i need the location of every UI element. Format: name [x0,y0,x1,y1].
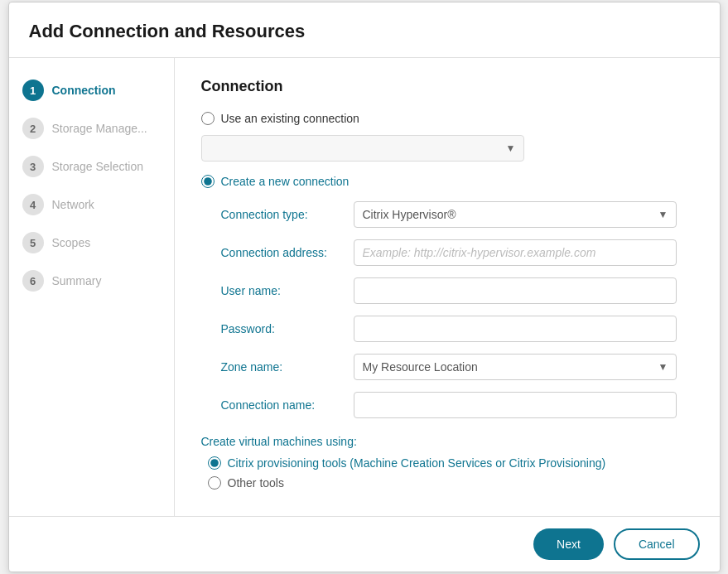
cancel-button[interactable]: Cancel [614,528,700,560]
password-wrapper [354,316,677,342]
connection-address-row: Connection address: [221,239,693,266]
vm-section-label: Create virtual machines using: [201,435,693,448]
connection-type-dropdown-container: Citrix Hypervisor® ▼ [354,201,677,228]
citrix-tools-label: Citrix provisioning tools (Machine Creat… [228,456,606,470]
connection-type-label: Connection type: [221,208,354,221]
vm-options: Citrix provisioning tools (Machine Creat… [208,456,693,490]
citrix-tools-radio[interactable] [208,456,221,470]
sidebar-item-scopes[interactable]: 5 Scopes [9,224,174,262]
connection-address-label: Connection address: [221,246,354,259]
sidebar-item-connection-label: Connection [52,84,116,97]
zone-name-row: Zone name: My Resource Location ▼ [221,354,693,380]
connection-name-label: Connection name: [221,398,354,412]
create-new-radio-row[interactable]: Create a new connection [201,175,693,188]
zone-name-dropdown-container: My Resource Location ▼ [354,354,677,380]
dialog-footer: Next Cancel [9,516,720,572]
sidebar: 1 Connection 2 Storage Manage... 3 Stora… [9,58,175,516]
connection-address-input[interactable] [354,239,677,266]
existing-connection-select[interactable] [201,135,524,162]
connection-name-input[interactable] [354,392,677,418]
step-circle-4: 4 [22,194,44,215]
user-name-label: User name: [221,284,354,297]
existing-connection-dropdown-container: ▼ [201,135,524,162]
create-new-radio[interactable] [201,175,215,188]
vm-section: Create virtual machines using: Citrix pr… [201,435,693,490]
other-tools-label: Other tools [228,476,284,490]
existing-connection-dropdown-wrapper: ▼ [201,135,524,162]
dialog-title: Add Connection and Resources [9,2,720,58]
sidebar-item-storage-selection[interactable]: 3 Storage Selection [9,147,174,186]
step-circle-2: 2 [22,118,44,139]
connection-name-row: Connection name: [221,392,693,418]
sidebar-item-storage-manage[interactable]: 2 Storage Manage... [9,109,174,147]
sidebar-item-storage-selection-label: Storage Selection [52,160,144,173]
add-connection-dialog: Add Connection and Resources 1 Connectio… [8,2,721,572]
sidebar-item-network[interactable]: 4 Network [9,186,174,224]
vm-option-citrix[interactable]: Citrix provisioning tools (Machine Creat… [208,456,693,470]
form-section: Connection type: Citrix Hypervisor® ▼ Co… [221,201,693,418]
connection-type-row: Connection type: Citrix Hypervisor® ▼ [221,201,693,228]
use-existing-radio[interactable] [201,112,215,125]
main-content: Connection Use an existing connection ▼ … [175,58,720,516]
step-circle-5: 5 [22,232,44,253]
use-existing-label: Use an existing connection [221,112,359,125]
sidebar-item-summary[interactable]: 6 Summary [9,262,174,300]
password-input[interactable] [354,316,677,342]
create-new-label: Create a new connection [221,175,350,188]
sidebar-item-connection[interactable]: 1 Connection [9,71,174,109]
section-title: Connection [201,78,693,95]
use-existing-radio-row[interactable]: Use an existing connection [201,112,693,125]
zone-name-select[interactable]: My Resource Location [354,354,677,380]
vm-option-other[interactable]: Other tools [208,476,693,490]
dialog-body: 1 Connection 2 Storage Manage... 3 Stora… [9,58,720,516]
zone-name-label: Zone name: [221,360,354,374]
step-circle-1: 1 [22,80,44,101]
password-row: Password: [221,316,693,342]
step-circle-3: 3 [22,156,44,177]
sidebar-item-storage-manage-label: Storage Manage... [52,122,147,135]
sidebar-item-network-label: Network [52,198,94,211]
user-name-row: User name: [221,277,693,304]
password-label: Password: [221,322,354,335]
user-name-input[interactable] [354,277,677,304]
next-button[interactable]: Next [533,528,604,560]
user-name-wrapper [354,277,677,304]
sidebar-item-scopes-label: Scopes [52,236,91,249]
other-tools-radio[interactable] [208,476,221,490]
connection-name-wrapper [354,392,677,418]
step-circle-6: 6 [22,270,44,292]
connection-type-select[interactable]: Citrix Hypervisor® [354,201,677,228]
connection-address-wrapper [354,239,677,266]
connection-type-wrapper: Citrix Hypervisor® ▼ [354,201,677,228]
zone-name-wrapper: My Resource Location ▼ [354,354,677,380]
sidebar-item-summary-label: Summary [52,274,102,287]
